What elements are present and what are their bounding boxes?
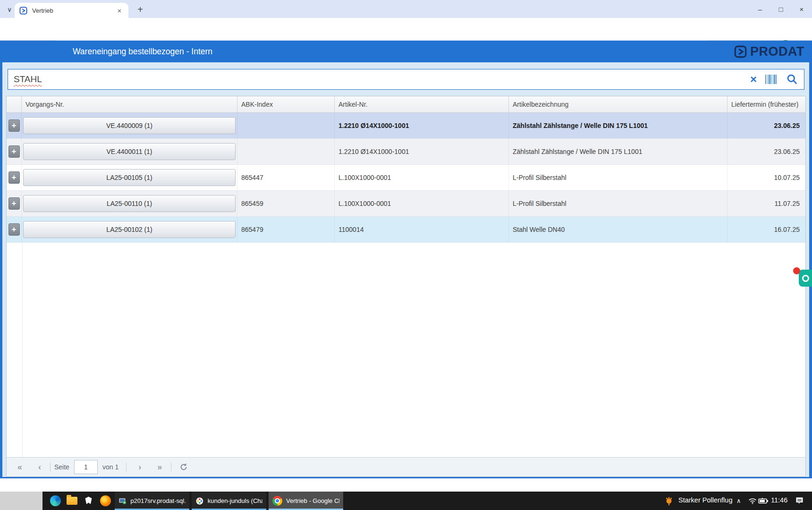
vorgang-button[interactable]: LA25-00105 (1): [23, 169, 236, 186]
pollen-icon[interactable]: [663, 495, 675, 507]
close-window-button[interactable]: ×: [791, 0, 812, 18]
prodat-favicon-icon: [19, 7, 27, 15]
first-page-button[interactable]: «: [13, 462, 26, 472]
vorgang-button[interactable]: LA25-00102 (1): [23, 221, 236, 238]
paging-separator: [126, 463, 127, 471]
last-page-button[interactable]: »: [153, 462, 166, 472]
tab-close-icon[interactable]: ×: [115, 7, 124, 15]
table-row[interactable]: + VE.4400009 (1) 1.2210 Ø14X1000-1001 Zä…: [7, 113, 805, 139]
barcode-glyph: [765, 75, 778, 84]
taskbar-window-rdp[interactable]: p2017srv.prodat-sql.d...: [115, 492, 189, 510]
taskbar-window-label: kunden-junduls (Cha...: [208, 497, 262, 504]
notification-center-icon[interactable]: [794, 495, 805, 507]
expand-row-button[interactable]: +: [8, 223, 20, 236]
support-icon: [802, 275, 809, 282]
expand-row-button[interactable]: +: [8, 197, 20, 210]
battery-icon[interactable]: [757, 495, 769, 507]
column-header-vorgang[interactable]: Vorgangs-Nr.: [22, 96, 237, 112]
search-input[interactable]: STAHL ×: [8, 69, 804, 90]
cell-bezeichnung: L-Profil Silberstahl: [509, 165, 727, 190]
table-row[interactable]: + VE.4400011 (1) 1.2210 Ø14X1000-1001 Zä…: [7, 139, 805, 165]
tray-chevron-icon[interactable]: ∧: [736, 497, 741, 504]
cell-artikel: 1.2210 Ø14X1000-1001: [335, 139, 509, 164]
taskbar-window-label: p2017srv.prodat-sql.d...: [130, 497, 186, 504]
cell-artikel: L.100X1000-0001: [335, 165, 509, 190]
table-row[interactable]: + LA25-00102 (1) 865479 1100014 Stahl We…: [7, 217, 805, 243]
edge-icon[interactable]: [50, 495, 61, 507]
rdp-icon: [118, 496, 127, 506]
column-header-bezeichnung[interactable]: Artikelbezeichnung: [509, 96, 727, 112]
status-bar: STA@PRODAT-VERTRIEB@p2020srv.prodat-sql.…: [0, 478, 812, 492]
cell-bezeichnung: Zählstahl Zählstange / Welle DIN 175 L10…: [509, 139, 727, 164]
expand-row-button[interactable]: +: [8, 119, 20, 132]
taskbar-window-chrome[interactable]: Vertrieb - Google Chr...: [269, 492, 343, 510]
tab-title: Vertrieb: [32, 7, 115, 14]
firefox-icon[interactable]: [100, 495, 111, 507]
refresh-button[interactable]: [179, 462, 188, 472]
next-page-button[interactable]: ›: [133, 462, 146, 472]
expand-row-button[interactable]: +: [8, 171, 20, 184]
minimize-button[interactable]: –: [750, 0, 770, 18]
table-row[interactable]: + LA25-00110 (1) 865459 L.100X1000-0001 …: [7, 191, 805, 217]
grid-empty-area: [7, 243, 805, 457]
table-row[interactable]: + LA25-00105 (1) 865447 L.100X1000-0001 …: [7, 165, 805, 191]
taskbar-window-label: Vertrieb - Google Chr...: [286, 497, 339, 504]
wolf-app-icon[interactable]: [83, 495, 94, 507]
expand-row-button[interactable]: +: [8, 145, 20, 158]
cell-bezeichnung: Zählstahl Zählstange / Welle DIN 175 L10…: [509, 113, 727, 138]
browser-tabstrip: ∨ Vertrieb × + – □ ×: [0, 0, 812, 18]
clear-search-icon[interactable]: ×: [750, 74, 757, 85]
screen: ∨ Vertrieb × + – □ × ← → vertrieb.m.prod…: [0, 0, 812, 510]
vorgang-button[interactable]: LA25-00110 (1): [23, 195, 236, 212]
column-header-abk[interactable]: ABK-Index: [237, 96, 335, 112]
cell-abk: [237, 139, 335, 164]
weather-status-text[interactable]: Starker Pollenflug: [678, 496, 732, 504]
cell-termin: 23.06.25: [727, 113, 805, 138]
taskbar-window-chat[interactable]: kunden-junduls (Cha...: [192, 492, 266, 510]
cell-abk: [237, 113, 335, 138]
browser-tab[interactable]: Vertrieb ×: [15, 3, 128, 18]
seite-label: Seite: [54, 463, 69, 471]
tab-search-icon[interactable]: ∨: [4, 4, 15, 15]
results-grid: Vorgangs-Nr. ABK-Index Artikel-Nr. Artik…: [6, 96, 806, 477]
prev-page-button[interactable]: ‹: [33, 462, 46, 472]
maximize-button[interactable]: □: [770, 0, 791, 18]
cell-termin: 11.07.25: [727, 191, 805, 216]
cell-termin: 10.07.25: [727, 165, 805, 190]
grid-header: Vorgangs-Nr. ABK-Index Artikel-Nr. Artik…: [7, 96, 805, 113]
cell-artikel: 1.2210 Ø14X1000-1001: [335, 113, 509, 138]
paging-separator: [171, 463, 171, 471]
prodat-logo-icon: [734, 45, 747, 58]
column-header-expand: [7, 96, 22, 112]
search-icon[interactable]: [786, 73, 798, 85]
column-header-artikel[interactable]: Artikel-Nr.: [335, 96, 509, 112]
cell-abk: 865459: [237, 191, 335, 216]
wifi-icon[interactable]: [746, 495, 758, 507]
page-number-input[interactable]: [74, 460, 98, 474]
taskbar-left-area: [0, 492, 42, 510]
support-widget-button[interactable]: [799, 270, 812, 287]
cell-artikel: L.100X1000-0001: [335, 191, 509, 216]
page-title: Wareneingang bestellbezogen - Intern: [73, 41, 212, 62]
vorgang-button[interactable]: VE.4400009 (1): [23, 117, 236, 134]
vorgang-button[interactable]: VE.4400011 (1): [23, 143, 236, 160]
file-explorer-icon[interactable]: [66, 495, 78, 507]
chrome-icon: [272, 496, 282, 506]
von-label: von 1: [102, 463, 118, 471]
brand-text: PRODAT: [750, 44, 804, 59]
paging-toolbar: « ‹ Seite von 1 › »: [7, 457, 805, 476]
cell-abk: 865447: [237, 165, 335, 190]
clock[interactable]: 11:46: [771, 496, 787, 504]
cell-abk: 865479: [237, 217, 335, 242]
browser-toolbar: ← → vertrieb.m.prodat-erp.de:8093 ☆ S S …: [0, 18, 812, 41]
support-notification-badge: [793, 267, 800, 274]
barcode-icon[interactable]: [765, 75, 778, 84]
cell-termin: 16.07.25: [727, 217, 805, 242]
cell-termin: 23.06.25: [727, 139, 805, 164]
cell-artikel: 1100014: [335, 217, 509, 242]
column-header-termin[interactable]: Liefertermin (frühester): [727, 96, 805, 112]
cell-bezeichnung: Stahl Welle DN40: [509, 217, 727, 242]
paging-separator: [50, 463, 51, 471]
window-controls: – □ ×: [750, 0, 812, 18]
new-tab-button[interactable]: +: [134, 3, 146, 16]
